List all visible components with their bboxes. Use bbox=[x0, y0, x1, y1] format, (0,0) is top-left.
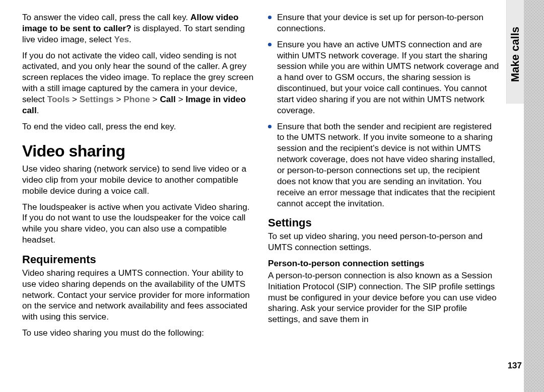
text: To answer the video call, press the call… bbox=[22, 12, 190, 22]
list-item: Ensure you have an active UMTS connectio… bbox=[268, 39, 500, 116]
bullet-list: Ensure that your device is set up for pe… bbox=[268, 12, 500, 209]
page-number: 137 bbox=[508, 361, 522, 371]
paragraph: If you do not activate the video call, v… bbox=[22, 50, 254, 116]
paragraph: A person-to-person connection is also kn… bbox=[268, 270, 500, 325]
heading-settings: Settings bbox=[268, 216, 500, 230]
section-tab: Make calls bbox=[506, 0, 524, 104]
paragraph: To use video sharing you must do the fol… bbox=[22, 328, 254, 339]
list-item: Ensure that your device is set up for pe… bbox=[268, 12, 500, 34]
menu-path-item: Tools bbox=[47, 94, 70, 104]
paragraph: To set up video sharing, you need person… bbox=[268, 231, 500, 253]
text: > bbox=[114, 94, 124, 104]
paragraph: The loudspeaker is active when you activ… bbox=[22, 202, 254, 246]
heading-requirements: Requirements bbox=[22, 253, 254, 267]
text: . bbox=[37, 105, 39, 115]
menu-path-item: Call bbox=[160, 94, 176, 104]
heading-video-sharing: Video sharing bbox=[22, 141, 254, 162]
paragraph: Use video sharing (network service) to s… bbox=[22, 164, 254, 197]
menu-path-item: Phone bbox=[123, 94, 150, 104]
column-left: To answer the video call, press the call… bbox=[22, 12, 254, 392]
menu-path-item: Settings bbox=[80, 94, 114, 104]
text: > bbox=[150, 94, 160, 104]
menu-option: Yes bbox=[114, 34, 129, 44]
paragraph: Video sharing requires a UMTS connection… bbox=[22, 268, 254, 323]
text: > bbox=[70, 94, 80, 104]
text: > bbox=[176, 94, 186, 104]
content-area: To answer the video call, press the call… bbox=[0, 0, 524, 392]
column-right: Ensure that your device is set up for pe… bbox=[268, 12, 500, 392]
page-edge-strip bbox=[524, 0, 544, 392]
text: . bbox=[129, 34, 131, 44]
page: To answer the video call, press the call… bbox=[0, 0, 544, 392]
paragraph: To end the video call, press the end key… bbox=[22, 121, 254, 132]
subheading-p2p: Person-to-person connection settings bbox=[268, 258, 500, 269]
list-item: Ensure that both the sender and recipien… bbox=[268, 121, 500, 209]
section-tab-label: Make calls bbox=[509, 27, 522, 82]
paragraph: To answer the video call, press the call… bbox=[22, 12, 254, 45]
